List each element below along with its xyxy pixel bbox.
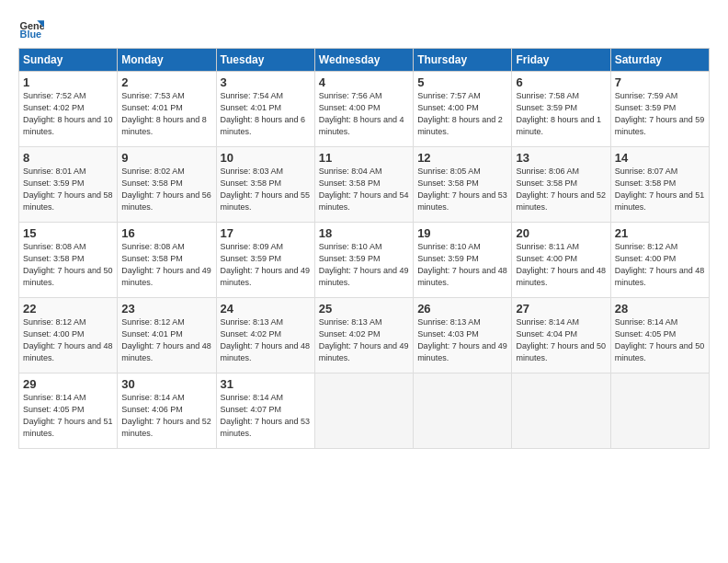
day-number: 26: [417, 302, 507, 316]
logo-icon: General Blue: [18, 15, 44, 40]
day-info: Sunrise: 8:13 AMSunset: 4:02 PMDaylight:…: [221, 317, 311, 362]
day-number: 13: [516, 151, 606, 165]
day-number: 5: [417, 75, 507, 89]
day-number: 27: [516, 302, 606, 316]
day-info: Sunrise: 8:14 AMSunset: 4:05 PMDaylight:…: [23, 393, 113, 438]
calendar-cell: 4Sunrise: 7:56 AMSunset: 4:00 PMDaylight…: [314, 72, 413, 147]
calendar-cell: 19Sunrise: 8:10 AMSunset: 3:59 PMDayligh…: [414, 223, 512, 298]
day-info: Sunrise: 8:13 AMSunset: 4:02 PMDaylight:…: [319, 317, 409, 362]
day-number: 2: [121, 75, 211, 89]
day-info: Sunrise: 8:02 AMSunset: 3:58 PMDaylight:…: [121, 167, 211, 212]
day-number: 17: [221, 226, 311, 240]
day-info: Sunrise: 8:01 AMSunset: 3:59 PMDaylight:…: [23, 167, 113, 212]
day-info: Sunrise: 8:12 AMSunset: 4:00 PMDaylight:…: [615, 242, 705, 287]
calendar-cell: 11Sunrise: 8:04 AMSunset: 3:58 PMDayligh…: [314, 147, 413, 223]
day-number: 31: [221, 377, 311, 391]
calendar-cell: [610, 373, 709, 449]
day-info: Sunrise: 8:07 AMSunset: 3:58 PMDaylight:…: [615, 167, 705, 212]
day-number: 30: [121, 377, 211, 391]
day-info: Sunrise: 8:06 AMSunset: 3:58 PMDaylight:…: [516, 167, 606, 212]
calendar-cell: 18Sunrise: 8:10 AMSunset: 3:59 PMDayligh…: [314, 223, 413, 298]
day-number: 9: [121, 151, 211, 165]
day-number: 16: [121, 226, 211, 240]
calendar-week-5: 29Sunrise: 8:14 AMSunset: 4:05 PMDayligh…: [19, 373, 710, 449]
calendar-cell: 24Sunrise: 8:13 AMSunset: 4:02 PMDayligh…: [216, 298, 314, 373]
calendar-week-1: 1Sunrise: 7:52 AMSunset: 4:02 PMDaylight…: [19, 72, 710, 147]
logo: General Blue: [18, 15, 48, 40]
day-number: 24: [221, 302, 311, 316]
day-info: Sunrise: 8:14 AMSunset: 4:04 PMDaylight:…: [516, 317, 606, 362]
day-number: 21: [615, 226, 705, 240]
calendar-cell: 16Sunrise: 8:08 AMSunset: 3:58 PMDayligh…: [118, 223, 216, 298]
day-number: 12: [417, 151, 507, 165]
day-info: Sunrise: 7:57 AMSunset: 4:00 PMDaylight:…: [417, 91, 503, 136]
calendar-cell: 28Sunrise: 8:14 AMSunset: 4:05 PMDayligh…: [610, 298, 709, 373]
calendar-cell: 13Sunrise: 8:06 AMSunset: 3:58 PMDayligh…: [512, 147, 610, 223]
calendar-body: 1Sunrise: 7:52 AMSunset: 4:02 PMDaylight…: [19, 72, 710, 449]
day-info: Sunrise: 8:10 AMSunset: 3:59 PMDaylight:…: [417, 242, 507, 287]
calendar-cell: 14Sunrise: 8:07 AMSunset: 3:58 PMDayligh…: [610, 147, 709, 223]
calendar-cell: 22Sunrise: 8:12 AMSunset: 4:00 PMDayligh…: [19, 298, 118, 373]
header: General Blue: [18, 15, 710, 40]
day-number: 29: [23, 377, 113, 391]
day-number: 6: [516, 75, 606, 89]
day-number: 20: [516, 226, 606, 240]
calendar-cell: 27Sunrise: 8:14 AMSunset: 4:04 PMDayligh…: [512, 298, 610, 373]
day-info: Sunrise: 7:59 AMSunset: 3:59 PMDaylight:…: [615, 91, 705, 136]
calendar-cell: 26Sunrise: 8:13 AMSunset: 4:03 PMDayligh…: [414, 298, 512, 373]
day-number: 25: [319, 302, 409, 316]
day-info: Sunrise: 8:08 AMSunset: 3:58 PMDaylight:…: [121, 242, 211, 287]
calendar-cell: [414, 373, 512, 449]
calendar-cell: 8Sunrise: 8:01 AMSunset: 3:59 PMDaylight…: [19, 147, 118, 223]
day-info: Sunrise: 8:14 AMSunset: 4:05 PMDaylight:…: [615, 317, 705, 362]
day-number: 19: [417, 226, 507, 240]
calendar-cell: [314, 373, 413, 449]
calendar-cell: 5Sunrise: 7:57 AMSunset: 4:00 PMDaylight…: [414, 72, 512, 147]
calendar-cell: 6Sunrise: 7:58 AMSunset: 3:59 PMDaylight…: [512, 72, 610, 147]
day-number: 22: [23, 302, 113, 316]
col-header-sunday: Sunday: [19, 49, 118, 72]
day-number: 8: [23, 151, 113, 165]
day-number: 28: [615, 302, 705, 316]
calendar-week-2: 8Sunrise: 8:01 AMSunset: 3:59 PMDaylight…: [19, 147, 710, 223]
day-info: Sunrise: 8:08 AMSunset: 3:58 PMDaylight:…: [23, 242, 113, 287]
col-header-saturday: Saturday: [610, 49, 709, 72]
day-info: Sunrise: 7:58 AMSunset: 3:59 PMDaylight:…: [516, 91, 601, 136]
day-info: Sunrise: 8:09 AMSunset: 3:59 PMDaylight:…: [221, 242, 311, 287]
day-info: Sunrise: 8:04 AMSunset: 3:58 PMDaylight:…: [319, 167, 409, 212]
day-info: Sunrise: 8:13 AMSunset: 4:03 PMDaylight:…: [417, 317, 507, 362]
calendar-cell: 12Sunrise: 8:05 AMSunset: 3:58 PMDayligh…: [414, 147, 512, 223]
page: General Blue SundayMondayTuesdayWednesda…: [0, 0, 728, 458]
day-info: Sunrise: 7:53 AMSunset: 4:01 PMDaylight:…: [121, 91, 207, 136]
calendar-cell: 17Sunrise: 8:09 AMSunset: 3:59 PMDayligh…: [216, 223, 314, 298]
day-info: Sunrise: 7:52 AMSunset: 4:02 PMDaylight:…: [23, 91, 113, 136]
day-number: 18: [319, 226, 409, 240]
col-header-wednesday: Wednesday: [314, 49, 413, 72]
calendar-cell: 1Sunrise: 7:52 AMSunset: 4:02 PMDaylight…: [19, 72, 118, 147]
day-number: 14: [615, 151, 705, 165]
day-info: Sunrise: 8:05 AMSunset: 3:58 PMDaylight:…: [417, 167, 507, 212]
calendar-cell: 7Sunrise: 7:59 AMSunset: 3:59 PMDaylight…: [610, 72, 709, 147]
day-info: Sunrise: 8:14 AMSunset: 4:07 PMDaylight:…: [221, 393, 311, 438]
day-info: Sunrise: 8:10 AMSunset: 3:59 PMDaylight:…: [319, 242, 409, 287]
day-number: 11: [319, 151, 409, 165]
calendar-cell: 21Sunrise: 8:12 AMSunset: 4:00 PMDayligh…: [610, 223, 709, 298]
day-info: Sunrise: 8:12 AMSunset: 4:01 PMDaylight:…: [121, 317, 211, 362]
svg-text:Blue: Blue: [20, 29, 42, 40]
day-number: 4: [319, 75, 409, 89]
calendar-cell: 2Sunrise: 7:53 AMSunset: 4:01 PMDaylight…: [118, 72, 216, 147]
calendar-table: SundayMondayTuesdayWednesdayThursdayFrid…: [18, 48, 710, 449]
day-info: Sunrise: 8:03 AMSunset: 3:58 PMDaylight:…: [221, 167, 311, 212]
calendar-cell: [512, 373, 610, 449]
col-header-monday: Monday: [118, 49, 216, 72]
day-info: Sunrise: 7:56 AMSunset: 4:00 PMDaylight:…: [319, 91, 404, 136]
calendar-cell: 20Sunrise: 8:11 AMSunset: 4:00 PMDayligh…: [512, 223, 610, 298]
day-info: Sunrise: 7:54 AMSunset: 4:01 PMDaylight:…: [221, 91, 306, 136]
col-header-tuesday: Tuesday: [216, 49, 314, 72]
calendar-cell: 15Sunrise: 8:08 AMSunset: 3:58 PMDayligh…: [19, 223, 118, 298]
col-header-friday: Friday: [512, 49, 610, 72]
day-number: 1: [23, 75, 113, 89]
calendar-week-3: 15Sunrise: 8:08 AMSunset: 3:58 PMDayligh…: [19, 223, 710, 298]
calendar-week-4: 22Sunrise: 8:12 AMSunset: 4:00 PMDayligh…: [19, 298, 710, 373]
calendar-cell: 3Sunrise: 7:54 AMSunset: 4:01 PMDaylight…: [216, 72, 314, 147]
